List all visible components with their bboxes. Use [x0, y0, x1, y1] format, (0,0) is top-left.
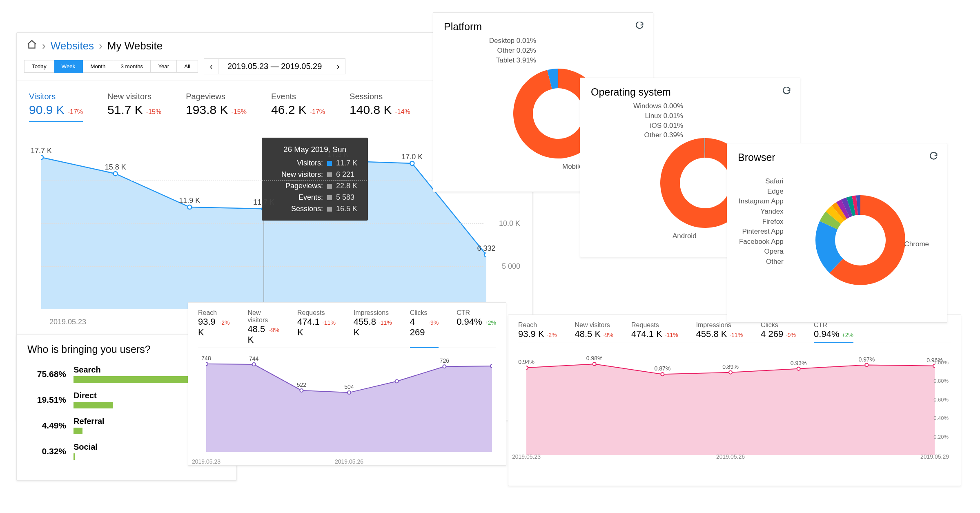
svg-point-14: [490, 364, 492, 368]
svg-point-2: [114, 172, 118, 176]
period-all[interactable]: All: [177, 60, 198, 73]
date-range-display[interactable]: 2019.05.23 — 2019.05.29: [218, 58, 331, 74]
mini-metric-value: 48.5 K -9%: [575, 329, 614, 339]
mini-metric-clicks[interactable]: Clicks 4 269 -9%: [410, 309, 439, 348]
svg-point-10: [300, 389, 303, 392]
metric-delta: -14%: [395, 108, 410, 116]
svg-point-19: [797, 367, 800, 370]
mini-metric-impressions[interactable]: Impressions 455.8 K -11%: [354, 309, 392, 345]
data-point-label: 17.7 K: [31, 147, 52, 155]
metric-label: Events: [271, 92, 325, 101]
y-axis-label: 1.00%: [933, 359, 949, 365]
y-axis-label: 10.0 K: [499, 219, 520, 228]
mini-metric-delta: -11%: [379, 319, 392, 326]
donut-label: Edge: [739, 187, 784, 197]
data-point-label: 748: [201, 355, 211, 361]
svg-point-20: [865, 364, 868, 367]
x-axis-label: 2019.05.26: [716, 453, 745, 460]
metric-value: 51.7 K -15%: [107, 103, 161, 117]
browser-right-label: Chrome: [904, 240, 929, 248]
date-prev-button[interactable]: ‹: [204, 58, 218, 74]
tooltip-row: Events: 5 583: [271, 192, 359, 203]
mini-metric-new-visitors[interactable]: New visitors 48.5 K -9%: [575, 321, 614, 340]
y-axis-label: 0.20%: [933, 433, 949, 439]
svg-point-8: [206, 362, 208, 366]
period-month[interactable]: Month: [83, 60, 113, 73]
traffic-source-pct: 4.49%: [27, 421, 66, 430]
ctr-chart-area[interactable]: 0.94%0.98%0.87%0.89%0.93%0.97%0.96%2019.…: [518, 347, 951, 462]
traffic-source-pct: 75.68%: [27, 369, 66, 379]
mini-metric-impressions[interactable]: Impressions 455.8 K -11%: [696, 321, 743, 340]
mini-metric-ctr[interactable]: CTR 0.94% +2%: [814, 321, 853, 343]
metric-value: 90.9 K -17%: [29, 103, 83, 117]
metric-events[interactable]: Events 46.2 K -17%: [271, 92, 325, 122]
mini-metric-clicks[interactable]: Clicks 4 269 -9%: [761, 321, 796, 340]
svg-point-18: [729, 371, 732, 374]
mini-metric-delta: -9%: [786, 332, 796, 338]
metric-value: 140.8 K -14%: [350, 103, 410, 117]
mini-metric-delta: +2%: [842, 332, 853, 338]
chart-tooltip: 26 May 2019, Sun Visitors: 11.7 K New vi…: [262, 138, 368, 221]
data-point-label: 0.94%: [518, 359, 535, 365]
data-point-label: 17.3 K: [327, 150, 349, 159]
donut-label: Facebook App: [739, 237, 784, 247]
mini-metric-delta: -2%: [547, 332, 557, 338]
mini-metric-requests[interactable]: Requests 474.1 K -11%: [297, 309, 336, 345]
mini-metric-label: Impressions: [354, 309, 392, 317]
metric-value: 46.2 K -17%: [271, 103, 325, 117]
mini-metric-delta: -9%: [269, 327, 279, 333]
data-point-label: 0.93%: [791, 360, 807, 366]
x-axis-label: 2019.05.23: [192, 458, 220, 465]
mini-metric-reach[interactable]: Reach 93.9 K -2%: [198, 309, 229, 345]
donut-label: Desktop 0.01%: [489, 36, 536, 46]
metric-sessions[interactable]: Sessions 140.8 K -14%: [350, 92, 410, 122]
breadcrumb-websites[interactable]: Websites: [51, 40, 94, 52]
period-year[interactable]: Year: [151, 60, 177, 73]
refresh-icon[interactable]: [929, 152, 938, 161]
metric-delta: -17%: [68, 108, 83, 116]
svg-point-15: [526, 366, 528, 369]
mini-metric-reach[interactable]: Reach 93.9 K -2%: [518, 321, 557, 340]
mini-metric-label: Reach: [198, 309, 229, 317]
metric-pageviews[interactable]: Pageviews 193.8 K -15%: [186, 92, 247, 122]
os-card-title: Operating system: [591, 86, 789, 98]
refresh-icon[interactable]: [782, 87, 791, 96]
period-today[interactable]: Today: [24, 60, 54, 73]
mini-metric-new-visitors[interactable]: New visitors 48.5 K -9%: [247, 309, 279, 345]
data-point-label: 15.8 K: [105, 163, 126, 172]
mini-metric-label: Reach: [518, 321, 557, 329]
donut-label: Other: [739, 257, 784, 267]
svg-point-16: [593, 362, 596, 366]
browser-card: Browser SafariEdgeInstagram AppYandexFir…: [727, 143, 947, 323]
mini-metric-delta: -11%: [729, 332, 743, 338]
metric-label: New visitors: [107, 92, 161, 101]
donut-label: iOS 0.01%: [633, 121, 683, 131]
svg-point-7: [484, 253, 486, 257]
mini-metric-delta: -9%: [603, 332, 613, 338]
home-icon[interactable]: [27, 39, 37, 53]
mini-metric-label: Requests: [297, 309, 336, 317]
mini-metrics-row: Reach 93.9 K -2%New visitors 48.5 K -9%R…: [198, 309, 496, 348]
breadcrumb-separator: ›: [42, 40, 46, 52]
tooltip-row: New visitors: 6 221: [271, 169, 359, 181]
period-week[interactable]: Week: [54, 60, 83, 73]
donut-label: Instagram App: [739, 196, 784, 207]
mini-metric-ctr[interactable]: CTR 0.94% +2%: [457, 309, 496, 345]
breadcrumb-separator: ›: [99, 40, 102, 52]
mini-chart-svg: [206, 358, 492, 452]
ctr-card: Reach 93.9 K -2%New visitors 48.5 K -9%R…: [508, 314, 961, 486]
clicks-chart-area[interactable]: 7487445225047262019.05.232019.05.26: [198, 352, 496, 466]
period-3months[interactable]: 3 months: [113, 60, 151, 73]
metric-visitors[interactable]: Visitors 90.9 K -17%: [29, 92, 83, 122]
donut-label: Windows 0.00%: [633, 101, 683, 111]
svg-point-1: [41, 155, 43, 159]
metric-new-visitors[interactable]: New visitors 51.7 K -15%: [107, 92, 161, 122]
refresh-icon[interactable]: [635, 22, 644, 31]
y-axis-label: 0.40%: [933, 415, 949, 421]
mini-metric-delta: -2%: [220, 319, 230, 326]
data-point-label: 504: [344, 384, 354, 390]
mini-metric-value: 474.1 K -11%: [631, 329, 678, 339]
metric-label: Sessions: [350, 92, 410, 101]
date-next-button[interactable]: ›: [331, 58, 345, 74]
mini-metric-requests[interactable]: Requests 474.1 K -11%: [631, 321, 678, 340]
